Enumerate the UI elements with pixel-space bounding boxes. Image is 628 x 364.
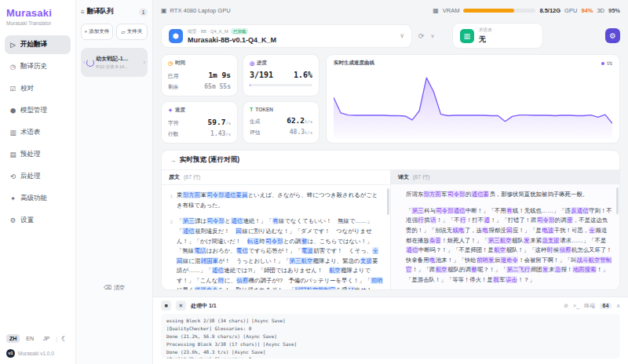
sidebar-item-proofread[interactable]: ☑校对: [5, 79, 71, 98]
gpu-name: RTX 4080 Laptop GPU: [170, 7, 231, 14]
glossary-term-highlight: 回: [506, 227, 513, 234]
model-icon: ⬢: [9, 107, 16, 115]
play-icon: ▷: [9, 41, 16, 49]
glossary-term-highlight: 误击: [506, 276, 518, 283]
progress-count: 3/191: [250, 71, 273, 79]
glossary-term-highlight: 時: [217, 277, 224, 284]
scrollbar[interactable]: [387, 188, 389, 215]
sidebar-item-postprocess[interactable]: ⟲后处理: [5, 167, 71, 186]
chars-label: 字符: [168, 119, 179, 127]
clock-icon: ◷: [168, 60, 173, 67]
glossary-term-highlight: 通信: [182, 228, 195, 235]
log-output[interactable]: essing Block 2/38 (34 chars)] [Async Sav…: [161, 314, 620, 359]
speed-chart: [334, 69, 612, 138]
sidebar-item-history[interactable]: ◷翻译历史: [5, 57, 71, 76]
generate-label: 生成: [250, 118, 261, 126]
version-text: Murasaki v1.0.0: [18, 351, 54, 356]
lang-en-button[interactable]: EN: [23, 334, 37, 343]
sidebar-item-play[interactable]: ▷开始翻译: [5, 35, 71, 54]
sidebar-nav: ▷开始翻译◷翻译历史☑校对⬢模型管理▥术语表▤预处理⟲后处理✦高级功能⚙设置: [5, 35, 71, 233]
add-folder-button[interactable]: ▱ 文件夹: [116, 24, 148, 40]
elapsed-label: 已用: [168, 72, 179, 80]
chevron-down-icon[interactable]: ∨: [400, 32, 404, 39]
glossary-term-highlight: 急: [554, 266, 560, 273]
advanced-icon: ✦: [9, 195, 16, 202]
glossary-term-highlight: 电: [429, 257, 436, 264]
move-left-icon[interactable]: ‹: [83, 60, 85, 65]
sidebar-item-settings[interactable]: ⚙设置: [5, 211, 71, 230]
lang-jp-button[interactable]: JP: [40, 334, 53, 343]
glossary-term-highlight: 司令部: [265, 238, 283, 245]
topbar: ▣ RTX 4080 Laptop GPU ▦ VRAM 8.5/12G GPU…: [153, 0, 628, 20]
queue-count-badge: 1: [139, 8, 148, 16]
sidebar-item-label: 开始翻译: [20, 40, 47, 49]
queue-item-title: 幼女戦記-1…: [96, 55, 141, 63]
clear-queue-button[interactable]: ⌫ 清空: [104, 284, 125, 292]
glossary-term-highlight: 前哨: [371, 277, 383, 284]
sidebar: Murasaki Murasaki Translator ▷开始翻译◷翻译历史☑…: [0, 0, 76, 364]
elapsed-value: 1m 9s: [208, 71, 231, 79]
refresh-icon[interactable]: ⟳: [418, 32, 425, 40]
vram-label: VRAM: [443, 7, 460, 14]
dark-mode-icon[interactable]: ☾: [61, 335, 68, 343]
glossary-term-highlight: 司令部: [206, 217, 225, 224]
chevron-down-icon[interactable]: ∨: [431, 33, 435, 39]
glossary-term-highlight: 電話: [194, 247, 206, 254]
sidebar-item-model[interactable]: ⬢模型管理: [5, 101, 71, 120]
collapse-icon[interactable]: ∧: [616, 303, 620, 309]
model-icon: ⬢: [169, 29, 183, 43]
terminal-label[interactable]: 终端: [584, 302, 595, 310]
glossary-term-highlight: 有: [272, 217, 279, 224]
preprocess-icon: ▤: [9, 151, 16, 158]
model-selector[interactable]: ⬢ 模型 · 8B · Q4_K_M 已加载 Murasaki-8B-v0.1-…: [161, 24, 412, 48]
queue-footer: ⌫ 清空: [81, 284, 148, 292]
queue-item-text: 幼女戦記-1…P.02 分块 8-14…: [96, 55, 141, 70]
eval-value: 48.3t/s: [290, 129, 312, 136]
sidebar-item-label: 翻译历史: [20, 62, 47, 71]
sidebar-item-advanced[interactable]: ✦高级功能: [5, 189, 71, 208]
app: Murasaki Murasaki Translator ▷开始翻译◷翻译历史☑…: [0, 0, 628, 364]
source-pane-header: 原文 (67 行): [162, 170, 390, 185]
postprocess-icon: ⟲: [9, 173, 16, 180]
glossary-term-highlight: 司令部: [447, 191, 466, 198]
vram-bar: [463, 9, 535, 13]
glossary-term-highlight: 第三: [182, 217, 195, 224]
stop-button[interactable]: ■: [161, 300, 171, 311]
lang-zh-button[interactable]: ZH: [6, 334, 20, 343]
sidebar-item-glossary[interactable]: ▥术语表: [5, 123, 71, 142]
glossary-term-highlight: 第三航空: [289, 257, 313, 264]
move-right-icon[interactable]: ›: [144, 60, 145, 65]
gear-icon: ⚙: [609, 31, 616, 40]
glossary-term-highlight: 偵察: [236, 277, 249, 284]
chart-title: 实时生成速度曲线: [334, 60, 374, 67]
glossary-term-highlight: 退命令: [500, 257, 518, 264]
queue-item[interactable]: ‹幼女戦記-1…P.02 分块 8-14…›: [81, 48, 148, 77]
log-header: ■ ✕ 处理中 1/1 ⊘ >_ 终端 64 ∧: [153, 297, 628, 312]
terminal-prompt-icon: >_: [573, 303, 579, 308]
cancel-button[interactable]: ✕: [176, 300, 186, 311]
sidebar-bottom: ZH EN JP | ☾ v1 Murasaki v1.0.0: [5, 334, 71, 358]
remaining-value: 65m 55s: [204, 83, 231, 90]
glossary-term-highlight: 发: [524, 237, 530, 244]
glossary-term-highlight: 通信: [231, 217, 243, 224]
advanced-settings-button[interactable]: ⚙: [605, 28, 620, 43]
glossary-icon: ▥: [460, 29, 474, 43]
glossary-term-highlight: 通信: [406, 246, 418, 253]
queue-title: 翻译队列: [87, 7, 114, 16]
glossary-term-highlight: び: [348, 286, 355, 289]
glossary-term-highlight: 航空: [494, 246, 506, 253]
sidebar-item-preprocess[interactable]: ▤预处理: [5, 145, 71, 164]
source-text-area[interactable]: 1東部方面軍司令部通信要員といえば、さながら、蜂につつき殺されるがごとき有様であ…: [162, 185, 390, 289]
paragraph-text: 所谓东部方面军司令部的通信要员，那惨状简直犹如被鸽子啄死一般。: [406, 190, 588, 200]
glossary-term-highlight: 前哨发: [476, 257, 495, 264]
lines-label: 行数: [168, 130, 179, 138]
clear-log-icon[interactable]: ⊘: [564, 303, 568, 309]
scrollbar[interactable]: [616, 187, 619, 214]
target-text-area[interactable]: 所谓东部方面军司令部的通信要员，那惨状简直犹如被鸽子啄死一般。「第三科与司令部通…: [391, 184, 619, 289]
glossary-selector[interactable]: ▥ 术语表 无: [452, 23, 543, 49]
glossary-term-highlight: 整: [471, 266, 477, 273]
add-file-button[interactable]: + 添加文件: [81, 24, 113, 40]
glossary-icon: ▥: [9, 129, 16, 136]
time-card-title: 时间: [175, 60, 185, 67]
glossary-term-highlight: 転送: [247, 238, 260, 245]
